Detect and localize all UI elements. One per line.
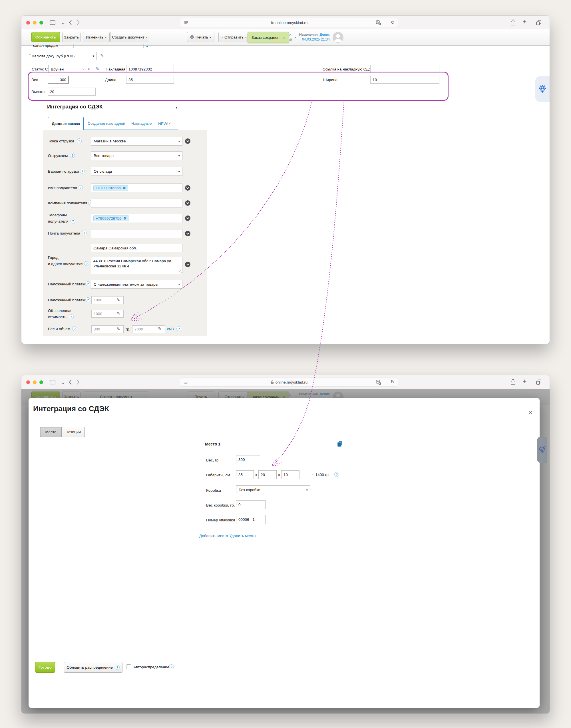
zoom-window-button[interactable]: [39, 21, 43, 24]
recipient-address-textarea[interactable]: [91, 257, 183, 274]
help-icon[interactable]: ?: [78, 185, 83, 190]
avatar[interactable]: [333, 32, 343, 43]
ship-variant-select[interactable]: От склада ▾: [91, 167, 183, 176]
reload-icon[interactable]: ↻: [391, 20, 394, 25]
recipient-phones-input[interactable]: +79099726756 ✖: [91, 214, 183, 223]
width-input[interactable]: [370, 76, 439, 84]
help-icon[interactable]: ?: [334, 472, 339, 477]
zoom-window-button[interactable]: [39, 381, 43, 384]
help-icon[interactable]: ?: [85, 297, 90, 302]
collapse-section-icon[interactable]: ▾: [176, 105, 178, 110]
minimize-window-button[interactable]: [33, 381, 36, 384]
refresh-distribution-button[interactable]: Обновить распределение ?: [64, 662, 122, 673]
waybill-input[interactable]: [126, 65, 174, 73]
chevron-down-icon[interactable]: [62, 381, 65, 386]
address-bar[interactable]: online.moysklad.ru ↻: [180, 18, 398, 27]
help-icon[interactable]: ?: [77, 138, 82, 143]
edit-declared-value-icon[interactable]: ✎: [116, 311, 120, 316]
dim-height-input[interactable]: [281, 470, 300, 479]
help-icon[interactable]: ?: [80, 169, 85, 173]
address-bar[interactable]: online.moysklad.ru ↻: [180, 378, 398, 387]
package-number-input[interactable]: [236, 515, 265, 524]
help-icon[interactable]: ?: [169, 665, 174, 669]
help-icon[interactable]: ?: [82, 231, 87, 236]
feature-widget[interactable]: [535, 76, 550, 102]
edit-wv-weight-icon[interactable]: ✎: [116, 326, 120, 331]
auto-distribution-checkbox[interactable]: [126, 665, 131, 669]
recipient-name-input[interactable]: ООО Потапов ✖: [91, 183, 183, 192]
expand-circle-icon[interactable]: [185, 200, 191, 206]
cdek-status-select[interactable]: Вручен × ▾: [48, 65, 92, 73]
clear-icon[interactable]: ×: [82, 67, 85, 71]
waybill-link-input[interactable]: [370, 65, 439, 73]
cod-select[interactable]: С наложенным платежом за товары ▾: [91, 280, 183, 289]
changes-user-link[interactable]: Денис: [320, 32, 330, 36]
translate-icon[interactable]: [376, 380, 381, 387]
dim-length-input[interactable]: [236, 470, 254, 479]
tab-overview-icon[interactable]: [536, 19, 542, 27]
expand-circle-icon[interactable]: [185, 231, 191, 236]
resize-handle[interactable]: [179, 270, 182, 273]
chevron-down-icon[interactable]: [62, 21, 65, 26]
add-place-link[interactable]: Добавить место: [199, 534, 228, 538]
ship-what-select[interactable]: Все товары ▾: [91, 151, 183, 160]
delete-place-link[interactable]: Удалить место: [229, 534, 255, 538]
dim-width-input[interactable]: [258, 470, 277, 479]
expand-circle-icon[interactable]: [185, 262, 191, 267]
toast-close-icon[interactable]: ×: [283, 35, 285, 40]
edit-cod-amount-icon[interactable]: ✎: [116, 297, 120, 302]
forward-icon[interactable]: [77, 379, 80, 386]
remove-tag-icon[interactable]: ✖: [123, 186, 126, 190]
changes-date-link[interactable]: 04.03.2025 21:34: [302, 37, 330, 41]
back-icon[interactable]: [69, 20, 72, 26]
box-weight-input[interactable]: [236, 500, 265, 509]
tab-overview-icon[interactable]: [536, 379, 542, 387]
help-icon[interactable]: ?: [69, 314, 74, 319]
new-tab-icon[interactable]: +: [523, 18, 527, 26]
help-icon[interactable]: ?: [72, 326, 77, 331]
height-input[interactable]: [48, 88, 96, 96]
volume-unit-link[interactable]: см3: [167, 327, 174, 331]
shipping-point-select[interactable]: Магазин в Москве ▾: [91, 137, 183, 146]
clipped-input[interactable]: [73, 44, 144, 48]
tab-create-waybill[interactable]: Создание накладной: [88, 121, 125, 126]
sidebar-icon[interactable]: [49, 19, 56, 27]
modal-close-icon[interactable]: ✕: [529, 410, 533, 416]
recipient-email-input[interactable]: [91, 229, 183, 238]
tab-waybills[interactable]: Накладные: [131, 121, 151, 126]
tab-positions[interactable]: Позиции: [62, 427, 85, 437]
place-weight-input[interactable]: [236, 455, 260, 464]
save-button[interactable]: Сохранить: [31, 32, 60, 42]
expand-circle-icon[interactable]: [185, 138, 191, 144]
remove-tag-icon[interactable]: ✖: [123, 216, 126, 221]
print-button[interactable]: Печать ▾: [187, 32, 214, 42]
recipient-company-input[interactable]: [91, 199, 183, 207]
edit-status-icon[interactable]: ✎: [96, 66, 99, 71]
reload-icon[interactable]: ↻: [391, 379, 394, 385]
weight-input[interactable]: [48, 76, 69, 84]
expand-circle-icon[interactable]: [185, 185, 191, 191]
tab-places[interactable]: Места: [40, 427, 62, 437]
close-order-button[interactable]: Закрыть: [62, 32, 81, 42]
copy-place-icon[interactable]: [337, 441, 343, 448]
back-icon[interactable]: [69, 379, 72, 386]
forward-icon[interactable]: [77, 20, 80, 26]
close-window-button[interactable]: [26, 381, 30, 384]
box-select[interactable]: Без коробки ▾: [236, 485, 310, 494]
length-input[interactable]: [126, 76, 174, 84]
new-tab-icon[interactable]: +: [523, 378, 527, 385]
recipient-city-input[interactable]: [91, 244, 183, 252]
share-icon[interactable]: [510, 379, 516, 387]
help-icon[interactable]: ?: [84, 261, 89, 266]
tab-new[interactable]: NEW!⚡: [158, 121, 171, 126]
close-window-button[interactable]: [26, 21, 30, 24]
tab-order-data[interactable]: Данные заказа: [48, 117, 84, 130]
translate-icon[interactable]: [376, 20, 381, 27]
help-icon[interactable]: ?: [71, 219, 75, 224]
share-icon[interactable]: [510, 19, 516, 27]
currency-select[interactable]: руб (RUB) ▾: [54, 52, 97, 60]
edit-button[interactable]: Изменить ▾: [83, 32, 110, 42]
help-icon[interactable]: ?: [85, 281, 90, 286]
done-button[interactable]: Готово: [35, 662, 55, 673]
edit-currency-icon[interactable]: ✎: [100, 53, 104, 58]
